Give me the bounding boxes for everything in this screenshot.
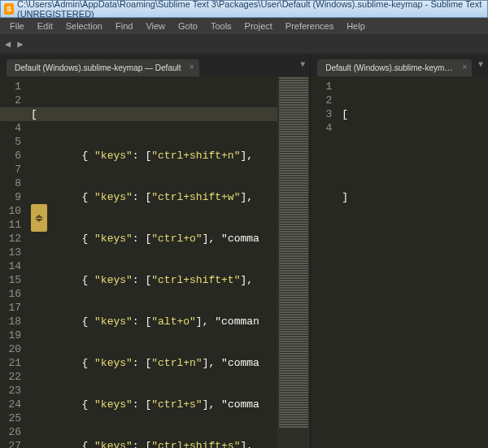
tabbar-right: Default (Windows).sublime-keymap — User …	[311, 54, 488, 76]
pane-left: Default (Windows).sublime-keymap — Defau…	[0, 54, 311, 448]
panes-container: Default (Windows).sublime-keymap — Defau…	[0, 54, 488, 448]
editor-right[interactable]: 1 2 3 4 [ ]	[311, 76, 488, 448]
menu-file[interactable]: File	[3, 20, 31, 33]
menu-view[interactable]: View	[139, 20, 172, 33]
code-line: { "keys": ["ctrl+n"], "comma	[31, 356, 277, 370]
code-line: { "keys": ["ctrl+shift+n"],	[31, 149, 277, 163]
app-icon: S	[4, 3, 14, 15]
navbar: ◀ ▶	[0, 34, 488, 54]
line-number: 10	[0, 204, 21, 218]
tab-label: Default (Windows).sublime-keymap — User	[325, 63, 472, 72]
editor-left[interactable]: 1 2 3 4 5 6 7 8 9 10 11 12 13 14 15 16 1…	[0, 76, 310, 448]
window-title: C:\Users\Admin\AppData\Roaming\Sublime T…	[17, 0, 484, 19]
code-line: [	[342, 107, 488, 121]
menu-preferences[interactable]: Preferences	[279, 20, 340, 33]
gutter-left: 1 2 3 4 5 6 7 8 9 10 11 12 13 14 15 16 1…	[0, 76, 28, 448]
menu-help[interactable]: Help	[340, 20, 372, 33]
line-number: 4	[0, 121, 21, 135]
close-icon[interactable]: ×	[462, 63, 467, 72]
code-line: ]	[342, 190, 488, 204]
line-number: 9	[0, 190, 21, 204]
line-number: 27	[0, 439, 21, 448]
tab-default-keymap[interactable]: Default (Windows).sublime-keymap — Defau…	[7, 59, 199, 76]
menu-tools[interactable]: Tools	[204, 20, 238, 33]
tab-label: Default (Windows).sublime-keymap — Defau…	[15, 63, 181, 72]
line-number: 23	[0, 384, 21, 398]
menu-goto[interactable]: Goto	[172, 20, 204, 33]
code-line	[342, 232, 488, 246]
line-number: 14	[0, 259, 21, 273]
menu-find[interactable]: Find	[109, 20, 139, 33]
minimap-left[interactable]	[277, 76, 310, 448]
line-number: 21	[0, 356, 21, 370]
code-line: [	[31, 107, 277, 121]
line-number: 2	[0, 94, 21, 107]
line-number: 3	[311, 107, 332, 121]
bookmark-icon[interactable]	[31, 204, 47, 232]
line-number: 4	[311, 121, 332, 135]
line-number: 17	[0, 301, 21, 315]
code-line: { "keys": ["ctrl+o"], "comma	[31, 232, 277, 246]
gutter-right: 1 2 3 4	[311, 76, 338, 448]
line-number: 18	[0, 315, 21, 328]
pane-right: Default (Windows).sublime-keymap — User …	[311, 54, 488, 448]
line-number: 1	[311, 80, 332, 94]
code-left[interactable]: [ { "keys": ["ctrl+shift+n"], { "keys": …	[28, 76, 277, 448]
code-line: { "keys": ["ctrl+shift+w"],	[31, 190, 277, 204]
chevron-down-icon[interactable]: ▼	[478, 60, 483, 69]
line-number: 20	[0, 342, 21, 356]
line-number: 2	[311, 94, 332, 107]
nav-forward-icon[interactable]: ▶	[17, 38, 23, 50]
line-number: 16	[0, 287, 21, 301]
tab-user-keymap[interactable]: Default (Windows).sublime-keymap — User …	[317, 59, 472, 76]
code-line: { "keys": ["ctrl+shift+s"],	[31, 439, 277, 448]
chevron-down-icon[interactable]: ▼	[300, 60, 305, 69]
menu-edit[interactable]: Edit	[31, 20, 59, 33]
code-line: { "keys": ["ctrl+s"], "comma	[31, 398, 277, 411]
code-line	[342, 149, 488, 163]
line-number: 15	[0, 273, 21, 287]
line-number: 24	[0, 398, 21, 411]
line-number: 12	[0, 232, 21, 246]
line-number: 7	[0, 163, 21, 176]
line-number: 6	[0, 149, 21, 163]
line-number: 22	[0, 370, 21, 384]
line-number: 1	[0, 80, 21, 94]
code-line: { "keys": ["ctrl+shift+t"],	[31, 273, 277, 287]
line-number: 25	[0, 411, 21, 425]
line-number: 13	[0, 246, 21, 259]
titlebar[interactable]: S C:\Users\Admin\AppData\Roaming\Sublime…	[0, 0, 488, 18]
menu-selection[interactable]: Selection	[59, 20, 109, 33]
line-number: 8	[0, 176, 21, 190]
line-number: 5	[0, 135, 21, 149]
line-number: 11	[0, 218, 21, 232]
line-number: 19	[0, 328, 21, 342]
menubar: File Edit Selection Find View Goto Tools…	[0, 18, 488, 34]
menu-project[interactable]: Project	[238, 20, 279, 33]
code-line: { "keys": ["alt+o"], "comman	[31, 315, 277, 328]
close-icon[interactable]: ×	[190, 63, 194, 72]
line-number: 26	[0, 425, 21, 439]
code-right[interactable]: [ ]	[338, 76, 488, 448]
tabbar-left: Default (Windows).sublime-keymap — Defau…	[0, 54, 310, 76]
nav-back-icon[interactable]: ◀	[5, 38, 11, 50]
